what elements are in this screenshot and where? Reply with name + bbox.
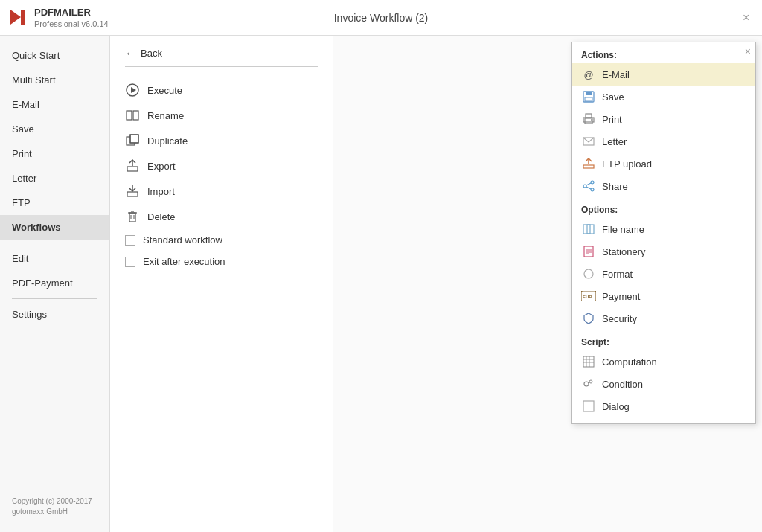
svg-line-31 (586, 183, 591, 185)
letter-icon (581, 134, 596, 149)
app-logo-icon (7, 7, 28, 28)
rename-label: Rename (147, 110, 184, 121)
rename-item[interactable]: Rename (125, 103, 318, 128)
svg-point-29 (583, 185, 586, 188)
rename-icon (125, 108, 140, 123)
dropdown-payment-item[interactable]: EUR Payment (572, 285, 755, 307)
payment-label: Payment (602, 291, 640, 302)
dropdown-print-item[interactable]: Print (572, 108, 755, 130)
exit-after-execution-checkbox[interactable] (125, 257, 135, 267)
sidebar-item-email[interactable]: E-Mail (0, 92, 109, 117)
sidebar-item-edit[interactable]: Edit (0, 246, 109, 271)
execute-icon (125, 83, 140, 97)
standard-workflow-item[interactable]: Standard workflow (125, 229, 318, 251)
svg-text:EUR: EUR (583, 295, 592, 299)
svg-rect-1 (21, 10, 25, 25)
sidebar-item-settings[interactable]: Settings (0, 302, 109, 327)
app-logo: PDFMAILER Professional v6.0.14 (7, 7, 109, 28)
copyright-text: Copyright (c) 2000-2017gotomaxx GmbH (0, 489, 109, 525)
svg-rect-22 (586, 114, 592, 118)
condition-label: Condition (602, 379, 643, 390)
svg-rect-51 (583, 401, 594, 411)
svg-point-40 (584, 269, 593, 278)
format-icon (581, 266, 596, 281)
options-section-label: Options: (572, 197, 755, 218)
back-button[interactable]: ← Back (125, 48, 318, 59)
main-layout: Quick Start Multi Start E-Mail Save Prin… (0, 36, 762, 532)
dropdown-ftp-item[interactable]: FTP upload (572, 153, 755, 175)
sidebar-item-letter[interactable]: Letter (0, 166, 109, 190)
print-label: Print (602, 114, 622, 125)
exit-after-execution-item[interactable]: Exit after execution (125, 251, 318, 272)
window-title: Invoice Workflow (2) (334, 12, 429, 24)
sidebar-item-workflows[interactable]: Workflows (0, 215, 109, 240)
import-label: Import (147, 186, 175, 197)
svg-rect-13 (129, 213, 135, 222)
file-name-label: File name (602, 224, 644, 235)
dropdown-share-item[interactable]: Share (572, 175, 755, 197)
delete-item[interactable]: Delete (125, 204, 318, 229)
exit-after-execution-label: Exit after execution (143, 256, 225, 267)
svg-rect-35 (584, 246, 593, 257)
svg-line-50 (589, 382, 589, 384)
back-label: Back (141, 48, 162, 59)
sidebar-item-pdf-payment[interactable]: PDF-Payment (0, 271, 109, 295)
sidebar-item-save[interactable]: Save (0, 117, 109, 141)
svg-rect-19 (586, 92, 592, 95)
svg-rect-20 (585, 97, 592, 101)
dialog-label: Dialog (602, 401, 630, 412)
letter-label: Letter (602, 136, 627, 147)
dropdown-stationery-item[interactable]: Stationery (572, 240, 755, 263)
middle-panel: Start of the w... × Actions: @ E-Mail Sa… (333, 36, 762, 532)
dropdown-dialog-item[interactable]: Dialog (572, 395, 755, 417)
sidebar-item-ftp[interactable]: FTP (0, 190, 109, 215)
export-icon (125, 158, 140, 173)
ftp-upload-label: FTP upload (602, 158, 652, 170)
execute-label: Execute (147, 85, 182, 96)
sidebar-item-multi-start[interactable]: Multi Start (0, 68, 109, 92)
svg-rect-4 (127, 111, 132, 120)
condition-icon (581, 376, 596, 391)
sidebar: Quick Start Multi Start E-Mail Save Prin… (0, 36, 110, 532)
import-icon (125, 184, 140, 199)
svg-point-30 (591, 188, 594, 191)
dropdown-computation-item[interactable]: Computation (572, 350, 755, 373)
sidebar-item-quick-start[interactable]: Quick Start (0, 43, 109, 68)
share-icon (581, 179, 596, 193)
svg-rect-43 (583, 356, 594, 367)
import-item[interactable]: Import (125, 179, 318, 204)
sidebar-item-print[interactable]: Print (0, 141, 109, 166)
export-item[interactable]: Export (125, 153, 318, 179)
payment-icon: EUR (581, 289, 596, 304)
app-version: Professional v6.0.14 (34, 19, 109, 28)
security-icon (581, 311, 596, 326)
close-button[interactable]: × (743, 12, 755, 24)
file-name-icon (581, 222, 596, 237)
email-label: E-Mail (602, 69, 630, 80)
svg-rect-26 (583, 165, 594, 168)
save-label: Save (602, 92, 624, 103)
ftp-upload-icon (581, 156, 596, 171)
computation-label: Computation (602, 356, 657, 368)
dropdown-filename-item[interactable]: File name (572, 218, 755, 240)
dropdown-letter-item[interactable]: Letter (572, 130, 755, 153)
dropdown-format-item[interactable]: Format (572, 263, 755, 285)
dialog-icon (581, 399, 596, 414)
dropdown-email-item[interactable]: @ E-Mail (572, 63, 755, 86)
dropdown-condition-item[interactable]: Condition (572, 373, 755, 395)
save-icon (581, 89, 596, 104)
delete-label: Delete (147, 211, 176, 222)
execute-item[interactable]: Execute (125, 77, 318, 103)
dropdown-close-button[interactable]: × (745, 45, 751, 57)
svg-point-49 (589, 380, 592, 383)
dropdown-save-item[interactable]: Save (572, 86, 755, 108)
svg-point-28 (591, 181, 594, 184)
svg-rect-21 (585, 118, 592, 124)
svg-marker-0 (10, 10, 21, 25)
duplicate-item[interactable]: Duplicate (125, 128, 318, 153)
standard-workflow-checkbox[interactable] (125, 235, 135, 246)
actions-dropdown: × Actions: @ E-Mail Save Print (572, 42, 756, 424)
svg-point-24 (591, 119, 592, 121)
svg-marker-3 (131, 87, 136, 93)
dropdown-security-item[interactable]: Security (572, 307, 755, 330)
